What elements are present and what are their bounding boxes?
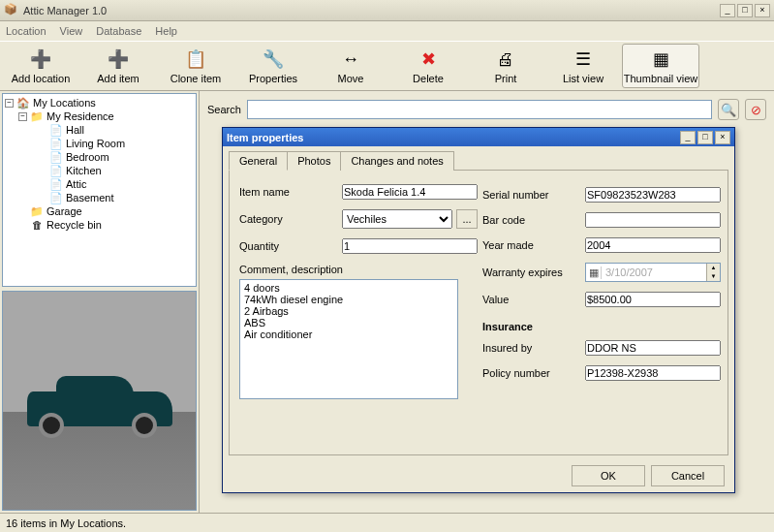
thumbnail-view-button[interactable]: ▦Thumbnail view [622,44,699,88]
year-field[interactable] [585,237,721,253]
warranty-date-field[interactable]: ▦ 3/10/2007 ▲▼ [585,263,721,282]
dialog-title: Item properties [227,132,680,143]
search-row: Search 🔍 ⊘ [203,95,770,124]
delete-button[interactable]: ✖Delete [389,44,467,88]
locations-icon: 🏠 [16,97,30,109]
tab-photos[interactable]: Photos [287,151,341,171]
tree-room-label: Bedroom [66,151,109,163]
spin-down[interactable]: ▼ [707,272,720,281]
dialog-minimize-button[interactable]: _ [680,131,696,144]
properties-button[interactable]: 🔧Properties [234,44,312,88]
folder-icon: 📁 [30,110,44,122]
tree-room[interactable]: 📄Living Room [5,137,194,150]
tree-room-label: Attic [66,178,86,190]
toolbar-label: Thumbnail view [624,73,697,84]
tree-garage[interactable]: 📁 Garage [5,204,194,218]
properties-button-icon: 🔧 [262,47,285,71]
tree-room[interactable]: 📄Bedroom [5,150,194,164]
tree-residence-label: My Residence [46,110,114,122]
cancel-button[interactable]: Cancel [651,465,725,486]
add-item-button-icon: ➕ [107,47,130,71]
location-tree[interactable]: − 🏠 My Locations − 📁 My Residence 📄Hall📄… [2,93,197,287]
policy-field[interactable] [585,365,721,381]
tab-general[interactable]: General [229,151,288,171]
tree-residence[interactable]: − 📁 My Residence [5,110,194,123]
status-text: 16 items in My Locations. [6,517,126,529]
label-category: Category [239,213,326,225]
toolbar-label: Clone item [170,73,222,84]
close-button[interactable]: × [755,4,770,17]
move-button[interactable]: ↔Move [312,44,389,88]
window-controls: _ □ × [720,4,770,17]
calendar-icon[interactable]: ▦ [586,266,602,279]
tree-root-label: My Locations [33,97,96,109]
barcode-field[interactable] [585,212,721,228]
add-location-button[interactable]: ➕Add location [2,44,79,88]
tree-root[interactable]: − 🏠 My Locations [5,96,194,110]
spin-up[interactable]: ▲ [707,264,720,272]
search-go-button[interactable]: 🔍 [718,99,739,120]
warranty-value: 3/10/2007 [602,266,706,278]
statusbar: 16 items in My Locations. [0,513,774,532]
folder-icon: 📁 [30,205,44,217]
tree-room-label: Living Room [66,138,125,149]
delete-button-icon: ✖ [417,47,440,71]
ok-button[interactable]: OK [572,465,645,486]
insurance-heading: Insurance [482,321,715,332]
serial-field[interactable] [585,187,721,203]
page-icon: 📄 [49,138,63,149]
category-select[interactable]: Vechiles [342,209,452,229]
collapse-icon[interactable]: − [18,112,27,121]
toolbar: ➕Add location➕Add item📋Clone item🔧Proper… [0,41,774,91]
page-icon: 📄 [49,178,63,190]
print-button[interactable]: 🖨Print [467,44,544,88]
menu-help[interactable]: Help [155,25,177,37]
collapse-icon[interactable]: − [5,99,14,108]
comment-field[interactable] [239,279,458,399]
maximize-button[interactable]: □ [737,4,753,17]
list-view-button-icon: ☰ [572,47,595,71]
value-field[interactable] [585,292,721,307]
menu-view[interactable]: View [60,25,83,37]
dialog-tabs: General Photos Changes and notes [229,150,728,171]
tree-room[interactable]: 📄Attic [5,177,194,191]
page-icon: 📄 [49,192,63,203]
thumbnail-view-button-icon: ▦ [649,47,672,71]
quantity-field[interactable] [342,238,478,254]
toolbar-label: Delete [413,73,444,84]
tree-room-label: Basement [66,192,114,203]
insured-by-field[interactable] [585,340,721,356]
label-item-name: Item name [239,186,326,198]
list-view-button[interactable]: ☰List view [544,44,622,88]
toolbar-label: Properties [249,73,297,84]
print-button-icon: 🖨 [494,47,517,71]
minimize-button[interactable]: _ [720,4,735,17]
dialog-titlebar[interactable]: Item properties _ □ × [223,128,734,146]
dialog-close-button[interactable]: × [715,131,730,144]
move-button-icon: ↔ [339,47,362,71]
tree-recycle[interactable]: 🗑 Recycle bin [5,218,194,232]
tree-room[interactable]: 📄Basement [5,191,194,204]
label-quantity: Quantity [239,240,326,252]
page-icon: 📄 [49,124,63,136]
tree-garage-label: Garage [46,205,82,217]
label-serial: Serial number [482,189,570,201]
search-clear-button[interactable]: ⊘ [745,99,766,120]
tab-changes[interactable]: Changes and notes [340,151,453,171]
item-name-field[interactable] [342,184,478,200]
tree-room[interactable]: 📄Hall [5,123,194,137]
tree-room[interactable]: 📄Kitchen [5,164,194,177]
search-input[interactable] [247,100,712,119]
category-browse-button[interactable]: ... [456,209,478,229]
add-item-button[interactable]: ➕Add item [79,44,157,88]
label-comment: Comment, description [239,264,481,275]
menu-location[interactable]: Location [6,25,46,37]
dialog-maximize-button[interactable]: □ [697,131,713,144]
add-location-button-icon: ➕ [29,47,52,71]
label-policy: Policy number [482,367,570,379]
tree-recycle-label: Recycle bin [46,219,102,231]
clone-item-button[interactable]: 📋Clone item [157,44,234,88]
menubar: Location View Database Help [0,21,774,41]
tree-room-label: Hall [66,124,84,136]
menu-database[interactable]: Database [96,25,141,37]
